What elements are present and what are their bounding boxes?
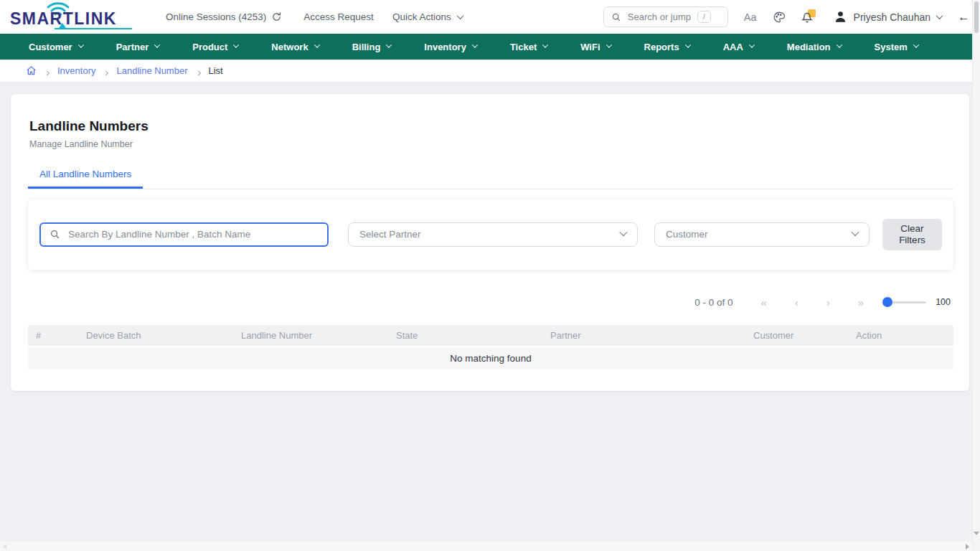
breadcrumb-separator	[104, 65, 108, 76]
table-header-row: # Device Batch Landline Number State Par…	[28, 325, 953, 346]
chevron-down-icon	[386, 42, 392, 47]
nav-item-reports[interactable]: Reports	[644, 42, 690, 52]
nav-item-customer[interactable]: Customer	[29, 42, 83, 52]
scroll-down-arrow-icon[interactable]	[974, 532, 979, 535]
nav-label: System	[875, 42, 908, 52]
tab-bar: All Landline Numbers	[28, 169, 953, 189]
header-right: / Aa Priyesh Chauhan	[603, 6, 970, 27]
chevron-down-icon	[314, 42, 319, 47]
theme-palette-icon[interactable]	[773, 11, 786, 24]
bell-wrap	[801, 10, 815, 24]
global-search-input[interactable]	[626, 11, 692, 23]
online-sessions: Online Sessions (4253)	[166, 11, 282, 22]
bell-icon	[801, 11, 813, 24]
previous-page-button[interactable]: ‹	[795, 297, 798, 308]
partner-select-placeholder: Select Partner	[359, 229, 421, 240]
chevron-right-icon	[103, 70, 108, 75]
refresh-icon[interactable]	[271, 11, 282, 22]
chevron-down-icon	[749, 42, 755, 47]
partner-select[interactable]: Select Partner	[348, 222, 638, 247]
vertical-scrollbar[interactable]	[972, 0, 980, 551]
clear-filters-button[interactable]: Clear Filters	[882, 219, 942, 250]
content-card: Landline Numbers Manage Landline Number …	[11, 94, 969, 391]
nav-item-network[interactable]: Network	[271, 42, 319, 52]
customer-select-placeholder: Customer	[666, 229, 708, 240]
nav-item-system[interactable]: System	[875, 42, 918, 52]
next-page-button[interactable]: ›	[826, 297, 830, 308]
chevron-down-icon	[619, 228, 627, 236]
scroll-left-arrow-icon[interactable]	[3, 544, 6, 550]
nav-item-inventory[interactable]: Inventory	[424, 42, 477, 52]
global-search[interactable]: /	[603, 6, 728, 27]
chevron-down-icon	[154, 42, 160, 47]
home-icon[interactable]	[26, 65, 37, 76]
nav-item-partner[interactable]: Partner	[116, 42, 160, 52]
landline-search-field[interactable]	[39, 222, 329, 247]
tab-all-landline-numbers[interactable]: All Landline Numbers	[28, 169, 143, 189]
empty-state-row: No matching found	[28, 347, 953, 369]
nav-item-mediation[interactable]: Mediation	[787, 42, 842, 52]
chevron-right-icon	[44, 70, 50, 75]
nav-label: Reports	[644, 42, 679, 52]
nav-label: Product	[192, 42, 227, 52]
nav-item-aaa[interactable]: AAA	[723, 42, 754, 52]
nav-item-billing[interactable]: Billing	[352, 42, 392, 52]
chevron-down-icon	[77, 42, 83, 47]
scroll-right-arrow-icon[interactable]	[966, 544, 969, 550]
nav-item-wifi[interactable]: WiFi	[580, 42, 611, 52]
nav-label: AAA	[723, 42, 743, 52]
breadcrumb-separator	[197, 65, 200, 76]
main-navbar: Customer Partner Product Network Billing…	[0, 34, 980, 60]
collapse-back-arrow[interactable]: ←	[958, 10, 970, 24]
nav-label: Network	[271, 42, 308, 52]
chevron-down-icon	[851, 228, 859, 236]
horizontal-scrollbar[interactable]	[0, 542, 972, 551]
nav-label: Partner	[116, 42, 149, 52]
breadcrumb-inventory[interactable]: Inventory	[57, 65, 95, 76]
nav-item-product[interactable]: Product	[192, 42, 238, 52]
chevron-down-icon	[836, 42, 842, 47]
chevron-down-icon	[233, 42, 239, 47]
column-header-state: State	[388, 330, 542, 341]
column-header-customer: Customer	[745, 330, 848, 341]
nav-label: Billing	[352, 42, 381, 52]
page-size-slider[interactable]	[883, 297, 926, 307]
last-page-button[interactable]: »	[858, 297, 864, 308]
nav-label: Mediation	[787, 42, 831, 52]
scrollbar-thumb[interactable]	[974, 1, 979, 33]
pagination-bar: 0 - 0 of 0 « ‹ › » 100	[31, 297, 951, 308]
first-page-button[interactable]: «	[760, 297, 766, 308]
nav-label: Inventory	[424, 42, 466, 52]
filter-panel: Select Partner Customer Clear Filters	[28, 199, 953, 270]
access-request-link[interactable]: Access Request	[303, 11, 374, 22]
nav-label: WiFi	[580, 42, 600, 52]
nav-item-ticket[interactable]: Ticket	[510, 42, 547, 52]
chevron-down-icon	[913, 42, 919, 47]
customer-select[interactable]: Customer	[654, 222, 870, 247]
chevron-right-icon	[195, 70, 200, 75]
font-size-toggle[interactable]: Aa	[744, 11, 757, 23]
breadcrumb-separator	[45, 65, 49, 76]
chevron-down-icon	[456, 12, 463, 19]
landline-search-input[interactable]	[67, 228, 319, 240]
header-center: Online Sessions (4253) Access Request Qu…	[166, 11, 463, 22]
quick-actions-menu[interactable]: Quick Actions	[392, 11, 463, 22]
slider-knob[interactable]	[882, 297, 892, 307]
smartlink-logo[interactable]: SMARTLINK	[9, 3, 156, 32]
breadcrumb-landline-number[interactable]: Landline Number	[116, 65, 187, 76]
column-header-partner: Partner	[542, 330, 745, 341]
nav-label: Customer	[29, 42, 72, 52]
page-title: Landline Numbers	[29, 118, 953, 134]
chevron-down-icon	[472, 42, 478, 47]
notifications-button[interactable]	[801, 10, 815, 24]
page-size-value: 100	[936, 297, 951, 307]
slash-shortcut-badge: /	[697, 11, 711, 23]
column-header-action: Action	[848, 330, 953, 341]
user-menu[interactable]: Priyesh Chauhan	[834, 10, 942, 24]
search-icon	[611, 12, 621, 22]
column-header-landline-number: Landline Number	[233, 330, 388, 341]
online-sessions-label: Online Sessions (4253)	[166, 11, 266, 22]
logo-antenna-arrow	[59, 23, 66, 28]
chevron-down-icon	[936, 12, 943, 19]
quick-actions-label: Quick Actions	[392, 11, 451, 22]
